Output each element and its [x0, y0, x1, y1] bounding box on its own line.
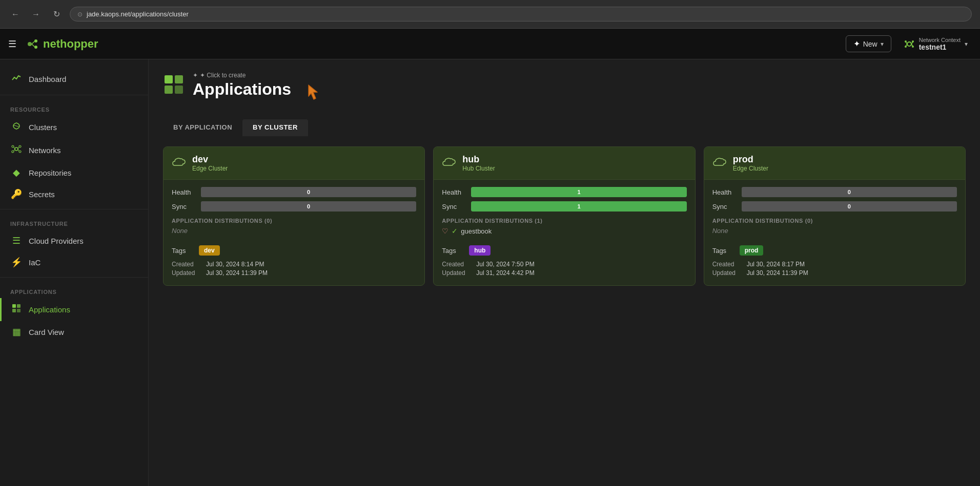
click-to-create-text: ✦ Click to create: [200, 72, 246, 79]
network-context[interactable]: Network Context testnet1 ▾: [900, 35, 972, 53]
health-value-prod: 0: [848, 189, 851, 195]
svg-point-1: [34, 39, 37, 43]
cluster-name-dev: dev: [192, 154, 228, 165]
card-body-hub: Health 1 Sync 1 APPLICATION DISTRIB: [434, 180, 695, 285]
tags-label-prod: Tags: [712, 247, 736, 255]
browser-chrome: ← → ↻ ⊙ jade.kaops.net/applications/clus…: [0, 0, 980, 29]
sidebar-item-networks[interactable]: Networks: [0, 139, 148, 162]
sync-label-prod: Sync: [712, 203, 736, 210]
health-label-hub: Health: [442, 188, 465, 196]
app-dist-label-dev: APPLICATION DISTRIBUTIONS (0): [172, 218, 416, 224]
sidebar-item-clusters[interactable]: Clusters: [0, 116, 148, 139]
url-text: jade.kaops.net/applications/cluster: [87, 10, 189, 18]
logo-text: nethopper: [43, 37, 98, 51]
sparkle-icon: ✦: [853, 39, 860, 49]
sidebar-item-label: Applications: [29, 305, 70, 314]
health-value-dev: 0: [307, 189, 310, 195]
new-button[interactable]: ✦ New ▾: [846, 35, 891, 52]
updated-value-hub: Jul 31, 2024 4:42 PM: [476, 269, 534, 277]
svg-rect-26: [17, 309, 21, 312]
svg-point-16: [19, 145, 21, 147]
app-list-dev: None: [172, 227, 416, 239]
created-label-prod: Created: [712, 261, 741, 268]
applications-icon: [10, 303, 23, 316]
sync-value-dev: 0: [307, 203, 310, 209]
cluster-name-hub: hub: [462, 154, 495, 165]
page-header: ✦ ✦ Click to create Applications: [163, 72, 966, 107]
sidebar-item-applications[interactable]: Applications: [0, 298, 148, 321]
network-context-label: Network Context: [919, 37, 961, 43]
svg-point-17: [12, 151, 14, 153]
sidebar-item-label: Card View: [29, 328, 64, 336]
sidebar-item-card-view[interactable]: ▦ Card View: [0, 321, 148, 343]
hamburger-icon[interactable]: ☰: [8, 38, 16, 50]
cluster-card-dev: dev Edge Cluster Health 0 Sync 0: [163, 146, 425, 286]
sidebar-item-cloud-providers[interactable]: ☰ Cloud Providers: [0, 230, 148, 251]
cloud-icon-prod: [712, 156, 727, 171]
dates-dev: Created Jul 30, 2024 8:14 PM Updated Jul…: [172, 261, 416, 277]
divider: [0, 95, 148, 95]
svg-point-2: [34, 46, 37, 49]
svg-line-22: [18, 149, 19, 151]
health-row-hub: Health 1: [442, 187, 686, 197]
cloud-icon-dev: [172, 156, 186, 171]
sidebar-item-iac[interactable]: ⚡ IaC: [0, 251, 148, 273]
new-chevron-icon: ▾: [881, 40, 884, 48]
tag-prod[interactable]: prod: [740, 245, 764, 256]
svg-rect-27: [165, 75, 173, 83]
svg-rect-29: [165, 86, 173, 94]
cluster-type-prod: Edge Cluster: [733, 165, 768, 172]
updated-row-dev: Updated Jul 30, 2024 11:39 PM: [172, 269, 416, 277]
updated-row-prod: Updated Jul 30, 2024 11:39 PM: [712, 269, 957, 277]
tag-hub[interactable]: hub: [469, 245, 491, 256]
network-info: Network Context testnet1: [919, 37, 961, 51]
app-dist-label-hub: APPLICATION DISTRIBUTIONS (1): [442, 218, 686, 224]
svg-rect-23: [12, 304, 16, 308]
reload-button[interactable]: ↻: [49, 7, 64, 22]
svg-point-18: [19, 151, 21, 153]
sidebar-item-secrets[interactable]: 🔑 Secrets: [0, 183, 148, 205]
updated-row-hub: Updated Jul 31, 2024 4:42 PM: [442, 269, 686, 277]
tags-row-hub: Tags hub: [442, 245, 686, 256]
url-bar[interactable]: ⊙ jade.kaops.net/applications/cluster: [70, 7, 972, 22]
health-value-hub: 1: [577, 189, 580, 195]
sidebar-item-label: Repositories: [29, 168, 71, 177]
sync-row-hub: Sync 1: [442, 201, 686, 212]
svg-line-19: [14, 147, 15, 149]
clusters-grid: dev Edge Cluster Health 0 Sync 0: [163, 146, 966, 286]
dashboard-icon: [10, 73, 23, 86]
svg-point-0: [28, 42, 32, 46]
cloud-icon-hub: [442, 156, 456, 171]
none-text-prod: None: [712, 227, 728, 235]
sync-row-dev: Sync 0: [172, 201, 416, 212]
infrastructure-section-label: INFRASTRUCTURE: [0, 214, 148, 230]
created-row-prod: Created Jul 30, 2024 8:17 PM: [712, 261, 957, 268]
sidebar-item-dashboard[interactable]: Dashboard: [0, 68, 148, 91]
resources-section-label: RESOURCES: [0, 99, 148, 116]
tab-by-cluster[interactable]: BY CLUSTER: [242, 119, 308, 136]
created-row-dev: Created Jul 30, 2024 8:14 PM: [172, 261, 416, 268]
sidebar-item-label: Cloud Providers: [29, 237, 84, 245]
new-button-label: New: [863, 40, 877, 48]
cursor-pointer-icon: [303, 82, 322, 107]
created-value-prod: Jul 30, 2024 8:17 PM: [747, 261, 805, 268]
back-button[interactable]: ←: [8, 7, 23, 22]
iac-icon: ⚡: [10, 257, 23, 268]
forward-button[interactable]: →: [29, 7, 43, 22]
app-dist-label-prod: APPLICATION DISTRIBUTIONS (0): [712, 218, 957, 224]
sync-bar-hub: 1: [471, 201, 686, 212]
card-body-prod: Health 0 Sync 0 APPLICATION DISTRIBUTION…: [704, 180, 965, 285]
sidebar-item-repositories[interactable]: ◆ Repositories: [0, 162, 148, 183]
sync-label-hub: Sync: [442, 203, 465, 210]
divider: [0, 209, 148, 209]
sidebar-item-label: Networks: [29, 146, 61, 155]
cluster-card-prod: prod Edge Cluster Health 0 Sync 0: [704, 146, 966, 286]
health-label-prod: Health: [712, 188, 736, 196]
health-bar-hub: 1: [471, 187, 686, 197]
tag-dev[interactable]: dev: [199, 245, 220, 256]
networks-icon: [10, 144, 23, 157]
tab-by-application[interactable]: BY APPLICATION: [163, 119, 242, 136]
applications-section-label: APPLICATIONS: [0, 282, 148, 298]
health-bar-dev: 0: [201, 187, 416, 197]
cloud-providers-icon: ☰: [10, 235, 23, 246]
